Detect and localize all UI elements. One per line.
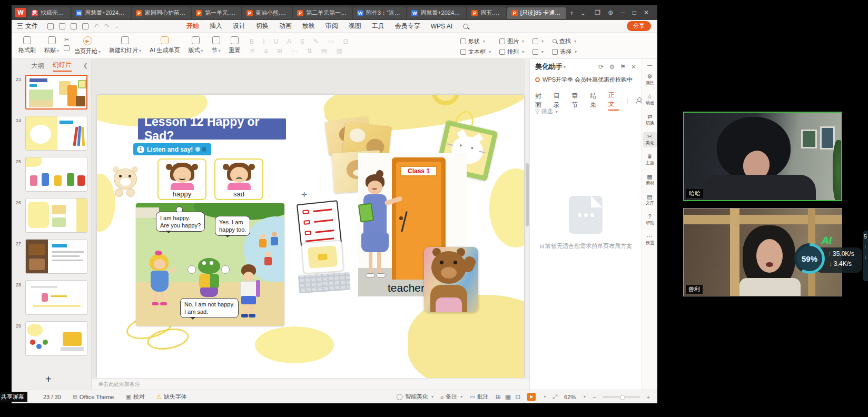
doc-tab-5[interactable]: P第二单元第一课.ppt (293, 7, 352, 19)
tool-settings[interactable]: ⋯设置 (643, 232, 657, 247)
reset-button[interactable]: 重置 (225, 35, 244, 55)
file-menu[interactable]: 三文件 (12, 22, 43, 31)
missing-font-warning[interactable]: ⚠缺失字体 (156, 393, 187, 401)
tab-layout-icon[interactable]: ❐ (595, 9, 600, 16)
refresh-icon[interactable]: ⟳ (598, 63, 604, 71)
arrange-button[interactable]: 排列▾ (499, 46, 524, 57)
tab-list-chevron[interactable]: ⌄ (577, 9, 588, 17)
copy-icon[interactable] (64, 45, 70, 51)
search-icon[interactable] (463, 24, 468, 29)
menu-home[interactable]: 开始 (186, 22, 199, 31)
doc-tab-4[interactable]: P黄油小熊.pptx (242, 7, 292, 19)
media-button[interactable]: ▾ (532, 46, 544, 57)
icon-library-button[interactable]: ▾ (532, 36, 544, 46)
menu-design[interactable]: 设计 (233, 22, 245, 31)
tool-library[interactable]: ▤文库 (643, 192, 657, 207)
tool-animation[interactable]: ☆动画 (643, 92, 657, 107)
menu-member[interactable]: 会员专享 (395, 22, 420, 31)
picture-button[interactable]: 图片▾ (499, 36, 524, 46)
menu-wps-ai[interactable]: WPS AI (431, 23, 452, 30)
output-icon[interactable] (59, 23, 65, 29)
zoom-slider[interactable] (603, 396, 640, 398)
fit-window-icon[interactable]: ⤢ (553, 393, 557, 400)
tab-outline[interactable]: 大纲 (32, 62, 44, 71)
menu-slideshow[interactable]: 放映 (302, 22, 315, 31)
tool-beautify[interactable]: ✂美化 (643, 132, 657, 147)
slide-thumb-27[interactable] (25, 239, 87, 274)
doc-tab-3[interactable]: P第一单元.pptx (192, 7, 241, 19)
panel-tab-ending[interactable]: 结束 (590, 92, 601, 110)
doc-tab-2[interactable]: P家园同心护苗.pptx (132, 7, 191, 19)
pin-icon[interactable]: ⚑ (620, 63, 626, 71)
new-tab-button[interactable]: + (567, 9, 577, 17)
member-promo-banner[interactable]: WPS开学季 会员特惠优惠价抢购中 (535, 76, 633, 84)
tab-slides[interactable]: 幻灯片 (53, 61, 72, 72)
sync-icon[interactable] (82, 23, 88, 29)
print-icon[interactable] (71, 23, 77, 29)
select-button[interactable]: 选择▾ (552, 46, 577, 57)
tool-transition[interactable]: ⇄切换 (643, 112, 657, 127)
smart-beautify-button[interactable]: ◯智能美化▾ (397, 393, 433, 401)
slide-canvas[interactable]: Lesson 12 Happy or Sad? 1 Listen and say… (97, 95, 524, 378)
wps-logo[interactable]: W (15, 8, 26, 17)
doc-tab-0[interactable]: 拱找稿壳模板 (27, 7, 71, 19)
menu-animation[interactable]: 动画 (279, 22, 292, 31)
panel-tab-body[interactable]: 正文 (608, 91, 619, 111)
play-options-chevron[interactable]: ▾ (544, 394, 546, 399)
layout-button[interactable]: 版式▾ (185, 35, 207, 55)
play-from-page-button[interactable]: ▶当页开始▾ (71, 35, 104, 56)
ai-generate-button[interactable]: AI 生成单页 (146, 35, 183, 55)
close-button[interactable]: ✕ (644, 9, 649, 16)
sorter-view-icon[interactable]: ▦ (505, 393, 511, 401)
filter-button[interactable]: ▽ 筛选 ▾ (535, 107, 558, 115)
normal-view-icon[interactable]: ⊞ (496, 393, 501, 401)
slideshow-play-button[interactable]: ▶ (527, 393, 536, 401)
doc-tab-1[interactable]: W周慧菁+202421506 (72, 7, 131, 19)
save-icon[interactable] (47, 23, 54, 29)
zoom-level[interactable]: 62% (564, 394, 576, 400)
doc-tab-8[interactable]: P周五.pptx (467, 7, 506, 19)
proofing-button[interactable]: ▣校对 (125, 393, 144, 401)
new-slide-button[interactable]: 新建幻灯片▾ (105, 35, 145, 55)
undo-icon[interactable]: ↶ (94, 23, 99, 30)
slide-thumb-23[interactable] (25, 75, 87, 110)
zoom-out-button[interactable]: − (593, 394, 596, 400)
tool-properties[interactable]: ⚙属性 (643, 72, 657, 87)
collapse-toolbar-icon[interactable]: ─ (647, 61, 652, 69)
tool-assets[interactable]: ▦素材 (643, 172, 657, 187)
doc-tab-7[interactable]: W周慧菁+202421506 (407, 7, 466, 19)
skin-icon[interactable]: ⊕ (608, 9, 613, 16)
gear-icon[interactable]: ⚙ (609, 63, 615, 71)
redo-icon[interactable]: ↷ (104, 23, 110, 30)
format-painter-button[interactable]: 格式刷 (15, 35, 40, 55)
reading-view-icon[interactable]: ⊡ (515, 393, 520, 401)
comments-button[interactable]: ▭批注 (469, 393, 488, 401)
cut-icon[interactable]: ✂ (64, 36, 69, 43)
user-icon[interactable] (636, 97, 642, 104)
maximize-button[interactable]: □ (633, 9, 636, 16)
zoom-chevron[interactable]: ▾ (584, 394, 586, 399)
collapse-panel-icon[interactable]: ❮ (83, 62, 88, 69)
minimize-button[interactable]: ─ (620, 9, 625, 16)
notes-button[interactable]: ≡备注▾ (440, 393, 462, 401)
textbox-button[interactable]: 文本框▾ (460, 46, 491, 57)
add-slide-button[interactable]: + (45, 373, 52, 385)
slide-thumb-26[interactable] (25, 198, 87, 233)
scrollbar-thumb[interactable] (526, 163, 529, 226)
share-button[interactable]: 分享 (627, 21, 651, 31)
menu-tools[interactable]: 工具 (372, 22, 384, 31)
tool-help[interactable]: ?帮助 (643, 212, 657, 227)
doc-tab-active[interactable]: P[只读]85 卡通蓝和橙 (507, 7, 566, 19)
panel-title-chevron[interactable]: ▾ (564, 65, 566, 70)
section-button[interactable]: 节▾ (208, 35, 224, 55)
zoom-in-button[interactable]: + (647, 394, 650, 400)
theme-indicator[interactable]: ⊞Office Theme (73, 393, 114, 400)
notes-strip[interactable]: 单击此处添加备注 (92, 378, 529, 390)
shapes-button[interactable]: 形状▾ (460, 36, 491, 46)
doc-tab-6[interactable]: W附件3：“返家乡 (353, 7, 406, 19)
slide-thumb-29[interactable] (25, 321, 87, 356)
video-feed-1[interactable]: 哈哈 (683, 112, 842, 201)
panel-tab-section[interactable]: 章节 (571, 92, 583, 110)
panel-close-icon[interactable]: ✕ (631, 63, 636, 71)
menu-transition[interactable]: 切换 (256, 22, 269, 31)
